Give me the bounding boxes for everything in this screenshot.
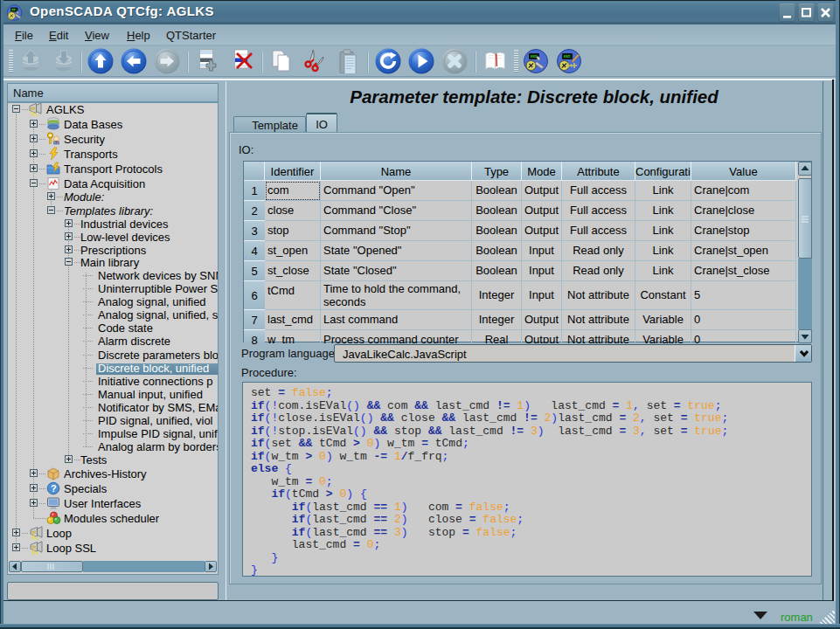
svg-text:HSI: HSI xyxy=(564,54,571,59)
svg-text:?: ? xyxy=(51,483,57,494)
